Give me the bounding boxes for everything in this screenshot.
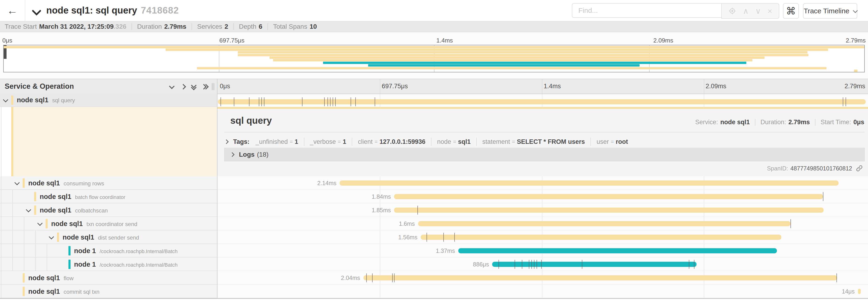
minimap-ruler-label: 2.79ms [846, 37, 866, 44]
tag-divider [590, 138, 591, 146]
selected-span-color-bar [11, 107, 13, 176]
back-button[interactable]: ← [7, 4, 18, 17]
span-bar[interactable] [340, 180, 838, 185]
summary-divider [191, 23, 192, 30]
expand-one-icon[interactable] [181, 84, 185, 89]
span-expand-chevron-icon[interactable] [37, 221, 43, 226]
summary-divider [268, 23, 268, 30]
tag-value: SELECT * FROM users [517, 138, 585, 145]
span-bar[interactable] [418, 221, 790, 226]
summary-label: Services [197, 23, 222, 30]
summary-item: Duration2.79ms [137, 23, 186, 30]
timeline-row: 14μs [217, 284, 868, 298]
operation-name: batch flow coordinator [75, 194, 125, 200]
span-tree-label: node sql1flow [28, 271, 73, 286]
span-detail-panel: sql query Service:node sql1Duration:2.79… [217, 107, 868, 176]
service-color-bar [34, 192, 36, 201]
tag-value: 1 [295, 138, 298, 145]
log-marker-tick [498, 260, 499, 269]
tags-label: Tags: [233, 138, 249, 145]
span-tree-row[interactable]: node sql1flow [0, 271, 217, 284]
span-bar[interactable] [421, 235, 782, 240]
span-bar[interactable] [394, 208, 824, 213]
service-name: node sql1 [40, 206, 71, 214]
span-tree-row[interactable]: node sql1sql query [0, 93, 217, 107]
span-tree-row[interactable]: node 1/cockroach.roachpb.Internal/Batch [0, 244, 217, 258]
span-duration-label: 14μs [785, 284, 855, 298]
summary-value: 10 [310, 23, 317, 30]
find-next-icon[interactable]: ∨ [755, 7, 761, 15]
minimap-span-bar [854, 70, 858, 72]
span-bar[interactable] [492, 262, 696, 267]
summary-item: Services2 [197, 23, 228, 30]
trace-collapse-chevron-icon[interactable] [32, 6, 41, 15]
log-marker-tick [534, 260, 534, 269]
find-clear-icon[interactable]: × [768, 7, 772, 15]
summary-value: 6 [259, 23, 262, 30]
log-marker-tick [531, 260, 532, 269]
logs-accordion[interactable]: Logs (18) [224, 148, 865, 161]
operation-name: /cockroach.roachpb.Internal/Batch [99, 262, 178, 268]
log-marker-tick [249, 97, 249, 106]
log-marker-tick [582, 260, 582, 269]
log-marker-tick [454, 233, 455, 242]
summary-value: 2 [224, 23, 228, 30]
meta-label: Start Time: [820, 119, 851, 126]
span-id-value: 4877749850101760812 [790, 165, 852, 172]
tag-key: user [596, 138, 609, 145]
span-tree-row[interactable]: node sql1commit sql txn [0, 284, 217, 298]
collapse-all-icon[interactable] [191, 84, 196, 89]
span-tree-label: node sql1dist sender send [63, 231, 139, 245]
span-bar[interactable] [458, 248, 777, 253]
span-tree-row[interactable]: node 1/cockroach.roachpb.Internal/Batch [0, 258, 217, 271]
span-expand-chevron-icon[interactable] [26, 207, 31, 212]
span-bar[interactable] [394, 194, 823, 199]
span-expand-chevron-icon[interactable] [3, 97, 8, 102]
span-tree-row[interactable]: node sql1consuming rows [0, 176, 217, 190]
keyboard-shortcuts-button[interactable]: ⌘ [783, 3, 799, 19]
span-bar[interactable] [218, 99, 866, 104]
span-expand-chevron-icon[interactable] [14, 180, 20, 185]
find-input[interactable] [572, 3, 721, 18]
span-tree-row[interactable]: node sql1dist sender send [0, 231, 217, 244]
meta-divider [815, 119, 815, 126]
minimap-ruler-label: 2.09ms [653, 37, 673, 44]
minimap-span-bar [4, 46, 864, 48]
log-marker-tick [522, 260, 522, 269]
trace-timeline-view-button[interactable]: Trace Timeline [803, 3, 857, 19]
span-tree-row[interactable]: node sql1batch flow coordinator [0, 190, 217, 203]
span-tree-row[interactable]: node sql1txn coordinator send [0, 217, 217, 231]
panel-splitter-grip[interactable] [211, 83, 215, 90]
tags-accordion[interactable]: Tags: _unfinished=1_verbose=1client=127.… [225, 136, 628, 147]
expand-all-icon[interactable] [203, 84, 207, 89]
minimap-ruler-label: 0μs [2, 37, 12, 44]
minimap-span-bar [273, 59, 752, 61]
log-marker-tick [689, 260, 689, 269]
app-header: ← node sql1: sql query7418682 ∧ ∨ × ⌘ Tr… [0, 0, 868, 22]
timeline-minimap-region: 0μs697.75μs1.4ms2.09ms2.79ms [0, 33, 868, 78]
timeline-row: 1.56ms [217, 231, 868, 244]
trace-minimap[interactable] [3, 45, 865, 72]
collapse-one-icon[interactable] [169, 84, 174, 89]
tag-key: _verbose [310, 138, 336, 145]
timeline-header-gridline [542, 79, 542, 94]
log-marker-tick [515, 260, 515, 269]
summary-label: Depth [239, 23, 256, 30]
panel-divider[interactable] [217, 79, 217, 298]
summary-item: Depth6 [239, 23, 262, 30]
span-detail-meta: Service:node sql1Duration:2.79msStart Ti… [695, 119, 864, 126]
operation-name: commit sql txn [64, 289, 99, 295]
span-bar[interactable] [364, 275, 837, 280]
tag-value: sql1 [458, 138, 471, 145]
span-bar[interactable] [858, 289, 861, 294]
span-tree-row[interactable]: node sql1colbatchscan [0, 203, 217, 217]
find-prev-icon[interactable]: ∧ [743, 7, 749, 15]
tags-list: _unfinished=1_verbose=1client=127.0.0.1:… [255, 138, 628, 146]
locate-icon[interactable] [728, 7, 736, 15]
log-marker-tick [417, 206, 418, 214]
deep-link-icon[interactable] [856, 165, 863, 172]
log-marker-tick [823, 192, 824, 201]
span-expand-chevron-icon[interactable] [49, 234, 54, 240]
log-marker-tick [443, 233, 444, 242]
span-id-row: SpanID: 4877749850101760812 [767, 165, 863, 172]
